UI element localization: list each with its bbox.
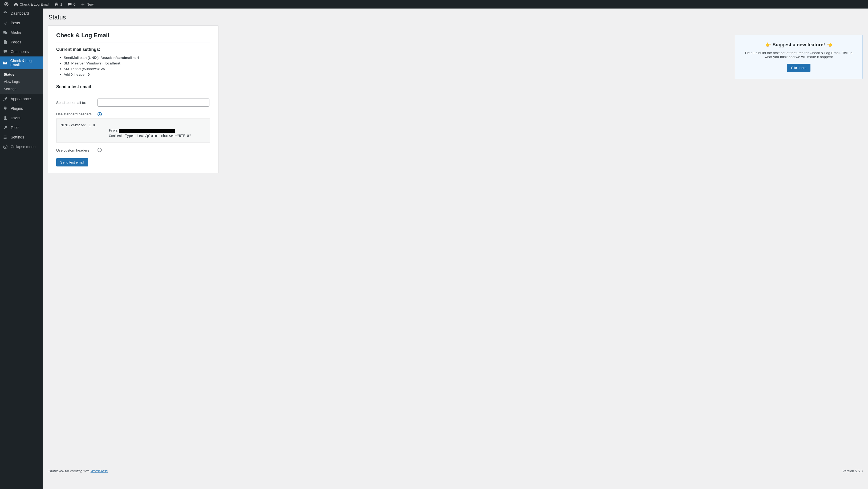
page-title: Status [49, 14, 862, 21]
custom-headers-radio[interactable] [97, 148, 102, 152]
promo-title: 👉 Suggest a new feature! 👈 [743, 42, 855, 48]
admin-sidebar: Dashboard Posts Media Pages Comments Che… [0, 8, 43, 489]
custom-headers-label: Use custom headers [56, 149, 97, 152]
svg-point-0 [3, 145, 7, 149]
brush-icon [3, 96, 8, 101]
send-test-email-button[interactable]: Send test email [56, 158, 88, 166]
row-send-to: Send test email to: [56, 99, 210, 106]
pin-icon [3, 20, 8, 26]
suggest-feature-button[interactable]: Click here [787, 64, 810, 72]
menu-tools[interactable]: Tools [0, 123, 43, 132]
comments-link[interactable]: 0 [66, 0, 78, 8]
send-to-label: Send test email to: [56, 101, 97, 105]
menu-comments[interactable]: Comments [0, 47, 43, 57]
admin-footer: Thank you for creating with WordPress. V… [48, 458, 863, 473]
wrench-icon [3, 125, 8, 130]
menu-label: Check & Log Email [10, 59, 40, 67]
menu-users[interactable]: Users [0, 113, 43, 123]
menu-plugins[interactable]: Plugins [0, 104, 43, 113]
menu-media[interactable]: Media [0, 28, 43, 37]
menu-label: Settings [11, 135, 24, 139]
collapse-menu[interactable]: Collapse menu [0, 142, 43, 152]
site-name-text: Check & Log Email [20, 2, 49, 6]
menu-label: Pages [11, 40, 21, 44]
settings-heading: Current mail settings: [56, 47, 210, 52]
user-icon [3, 115, 8, 121]
card-title: Check & Log Email [56, 32, 210, 39]
home-icon [14, 2, 18, 6]
plus-icon [81, 2, 85, 6]
comments-count: 0 [73, 2, 75, 6]
setting-sendmail: SendMail path (UNIX): /usr/sbin/sendmail… [64, 56, 210, 60]
row-custom-headers: Use custom headers [56, 148, 210, 153]
comment-icon [3, 49, 8, 54]
point-right-icon: 👉 [765, 42, 771, 47]
new-label: New [87, 2, 94, 6]
mail-settings-list: SendMail path (UNIX): /usr/sbin/sendmail… [64, 56, 210, 76]
point-left-icon: 👈 [827, 42, 832, 47]
menu-settings[interactable]: Settings [0, 132, 43, 142]
setting-x-header: Add X header: 0 [64, 72, 210, 76]
admin-topbar: Check & Log Email 1 0 New [0, 0, 868, 8]
menu-label: Media [11, 30, 21, 35]
menu-label: Plugins [11, 106, 23, 110]
menu-label: Tools [11, 125, 20, 130]
dashboard-icon [3, 11, 8, 16]
wp-logo-menu[interactable] [2, 0, 11, 8]
row-standard-headers: Use standard headers [56, 112, 210, 117]
setting-smtp-server: SMTP server (Windows): localhost [64, 61, 210, 65]
site-name-link[interactable]: Check & Log Email [12, 0, 52, 8]
footer-version: Version 5.5.3 [842, 469, 863, 473]
menu-dashboard[interactable]: Dashboard [0, 8, 43, 18]
menu-label: Posts [11, 21, 20, 25]
test-email-heading: Send a test email [56, 85, 210, 89]
menu-label: Collapse menu [11, 144, 35, 149]
media-icon [3, 30, 8, 35]
wordpress-icon [4, 2, 8, 6]
comment-icon [68, 2, 72, 6]
status-card: Check & Log Email Current mail settings:… [48, 25, 218, 173]
menu-posts[interactable]: Posts [0, 18, 43, 28]
menu-label: Users [11, 116, 21, 120]
menu-appearance[interactable]: Appearance [0, 94, 43, 104]
sliders-icon [3, 134, 8, 140]
menu-label: Dashboard [11, 11, 29, 15]
standard-headers-radio[interactable] [97, 112, 102, 117]
collapse-icon [3, 144, 8, 150]
submenu-view-logs[interactable]: View Logs [0, 78, 43, 85]
new-content-link[interactable]: New [79, 0, 96, 8]
promo-text: Help us build the next set of features f… [743, 51, 855, 59]
headers-preview: MIME-Version: 1.0 From: Content-Type: te… [56, 119, 210, 142]
standard-headers-label: Use standard headers [56, 112, 97, 116]
submenu-check-log-email: Status View Logs Settings [0, 69, 43, 94]
redacted-from-address [119, 129, 175, 133]
menu-pages[interactable]: Pages [0, 37, 43, 47]
updates-count: 1 [60, 2, 62, 6]
divider [56, 93, 210, 93]
page-icon [3, 39, 8, 45]
update-icon [55, 2, 59, 6]
menu-check-log-email[interactable]: Check & Log Email [0, 57, 43, 69]
submenu-status[interactable]: Status [0, 71, 43, 78]
footer-thanks: Thank you for creating with WordPress. [48, 469, 109, 473]
menu-label: Comments [11, 50, 29, 54]
mail-icon [3, 60, 8, 66]
setting-smtp-port: SMTP port (Windows): 25 [64, 67, 210, 71]
send-to-input[interactable] [97, 99, 209, 106]
updates-link[interactable]: 1 [53, 0, 64, 8]
suggest-feature-panel: 👉 Suggest a new feature! 👈 Help us build… [735, 35, 863, 79]
wordpress-link[interactable]: WordPress [91, 469, 107, 473]
content-area: Status Check & Log Email Current mail se… [43, 8, 868, 489]
menu-label: Appearance [11, 97, 31, 101]
submenu-settings[interactable]: Settings [0, 85, 43, 92]
plug-icon [3, 106, 8, 111]
